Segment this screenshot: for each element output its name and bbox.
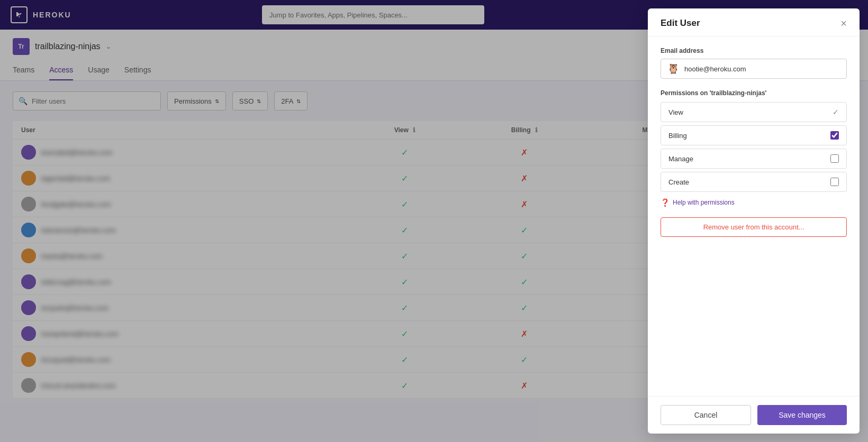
modal-title: Edit User [661,18,700,29]
edit-user-modal: Edit User × Email address 🦉 hootie@herok… [648,8,860,434]
email-value: hootie@heroku.com [684,65,746,73]
permissions-list: View ✓ Billing Manage Create [661,102,847,192]
manage-checkbox[interactable] [830,154,839,163]
modal-body: Email address 🦉 hootie@heroku.com Permis… [648,36,860,396]
help-icon: ❓ [661,198,670,207]
remove-user-button[interactable]: Remove user from this account... [661,217,847,237]
owl-icon: 🦉 [667,63,679,75]
help-link[interactable]: ❓ Help with permissions [661,198,847,207]
close-button[interactable]: × [840,18,847,29]
permission-label: Create [668,178,689,186]
save-changes-button[interactable]: Save changes [757,405,847,425]
permission-row-create: Create [661,172,847,192]
permission-label: Billing [668,132,687,140]
modal-header: Edit User × [648,8,860,36]
view-check-icon: ✓ [833,108,839,116]
permission-label: View [668,108,683,116]
email-field: 🦉 hootie@heroku.com [661,59,847,79]
permission-row-billing: Billing [661,125,847,145]
email-label: Email address [661,47,847,54]
permissions-section-label: Permissions on 'trailblazing-ninjas' [661,89,847,97]
create-checkbox[interactable] [830,178,839,186]
permission-label: Manage [668,155,693,163]
permission-row-manage: Manage [661,149,847,169]
billing-checkbox[interactable] [830,131,839,140]
modal-footer: Cancel Save changes [648,396,860,434]
cancel-button[interactable]: Cancel [661,405,751,425]
permission-row-view: View ✓ [661,102,847,122]
